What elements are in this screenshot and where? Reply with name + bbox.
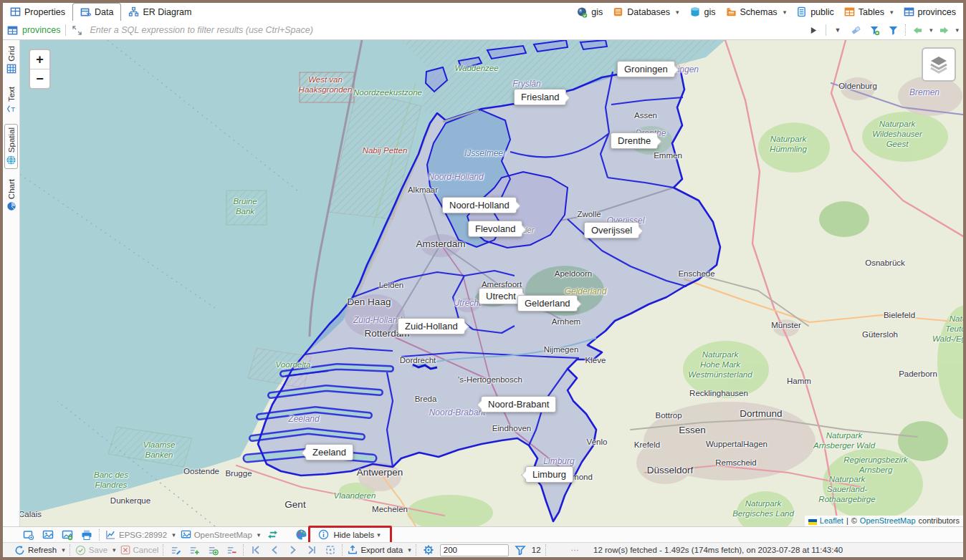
tab-text[interactable]: Text T: [6, 84, 17, 117]
schemas-dropdown[interactable]: Schemas: [726, 6, 787, 17]
zoom-out-button[interactable]: −: [30, 69, 49, 88]
divider: [905, 24, 907, 36]
tables-label: Tables: [859, 7, 884, 17]
next-page-icon[interactable]: [286, 543, 300, 557]
schema-folder-icon: [726, 6, 737, 17]
schemas-label: Schemas: [740, 7, 778, 17]
add-row-icon[interactable]: [187, 543, 201, 557]
flip-coordinates-icon[interactable]: [265, 528, 279, 542]
tab-chart[interactable]: Chart: [6, 176, 17, 214]
save-button[interactable]: Save: [75, 545, 116, 556]
schema-selector[interactable]: public: [796, 6, 834, 17]
attribution-suffix: contributors: [919, 516, 960, 525]
spatial-map-viewport[interactable]: OldenburgBremenAssenEmmenAlkmaarAmsterda…: [20, 40, 963, 526]
settings-gear-icon[interactable]: [421, 543, 436, 557]
view-picture-icon[interactable]: [41, 528, 55, 542]
divider: [243, 544, 244, 556]
print-icon[interactable]: [80, 528, 94, 542]
divider: [826, 24, 826, 36]
tab-label: Properties: [24, 7, 65, 17]
export-icon: [348, 545, 358, 555]
map-attribution: Leaflet | © OpenStreetMap contributors: [805, 516, 963, 526]
filter-history-dropdown[interactable]: ▼: [831, 23, 845, 37]
tables-dropdown[interactable]: Tables: [844, 6, 894, 17]
eraser-icon[interactable]: [849, 23, 864, 37]
export-data-button[interactable]: Export data: [348, 545, 411, 555]
connection-name: gis: [591, 7, 603, 17]
toolbar-overflow[interactable]: ⋯: [571, 545, 580, 555]
tab-er-diagram[interactable]: ER Diagram: [121, 3, 199, 21]
layers-control[interactable]: [922, 47, 956, 82]
refresh-button[interactable]: Refresh: [14, 545, 65, 556]
databases-dropdown[interactable]: Databases: [613, 6, 679, 17]
refresh-icon: [14, 545, 25, 556]
layers-icon: [929, 54, 949, 74]
save-check-icon: [75, 545, 86, 556]
svg-text:T: T: [11, 105, 15, 112]
expand-filter-icon[interactable]: [70, 23, 85, 37]
connection-selector[interactable]: gis: [576, 6, 603, 18]
palette-icon[interactable]: [294, 528, 308, 542]
properties-table-icon: [10, 6, 21, 17]
fetch-size-input[interactable]: [440, 544, 509, 556]
cancel-button[interactable]: Cancel: [120, 545, 159, 555]
delete-row-icon[interactable]: [224, 543, 239, 557]
nav-back-dropdown[interactable]: ▾: [929, 26, 933, 34]
sql-filter-input[interactable]: [89, 24, 803, 36]
refresh-label: Refresh: [28, 546, 57, 554]
save-filter-icon[interactable]: [868, 23, 882, 37]
nav-forward-dropdown[interactable]: ▾: [955, 26, 959, 34]
duplicate-row-icon[interactable]: [206, 543, 220, 557]
attribution-divider: |: [846, 516, 848, 525]
last-page-icon[interactable]: [305, 543, 319, 557]
copy-as-picture-icon[interactable]: [21, 528, 36, 542]
segment-size-value: 12: [532, 546, 541, 554]
table-blue-icon: [7, 25, 18, 36]
tab-properties[interactable]: Properties: [3, 3, 72, 21]
basemap-selector[interactable]: OpenStreetMap: [181, 529, 261, 540]
presentation-switcher: Grid Text T Spatial Chart: [3, 40, 20, 557]
text-icon: T: [6, 104, 16, 114]
divider: [99, 529, 100, 541]
connection-toolbar: gis Databases gis Schemas public Tables: [576, 3, 963, 21]
tab-label: ER Diagram: [143, 7, 191, 17]
vtab-label: Spatial: [7, 127, 16, 153]
basemap-label: OpenStreetMap: [194, 531, 252, 539]
divider: [70, 544, 71, 556]
edit-row-icon[interactable]: [168, 543, 183, 557]
save-picture-icon[interactable]: [60, 528, 75, 542]
divider: [163, 544, 164, 556]
zoom-in-button[interactable]: +: [30, 50, 49, 69]
crs-label: EPSG:28992: [119, 531, 167, 539]
fetch-status-text: 12 row(s) fetched - 1.492s (174ms fetch)…: [593, 546, 843, 554]
fetch-segment-icon[interactable]: [513, 543, 527, 557]
hide-labels-dropdown[interactable]: ▾: [377, 531, 381, 539]
info-icon: [316, 528, 330, 542]
save-label: Save: [89, 546, 107, 554]
tab-data[interactable]: Data: [72, 3, 121, 21]
apply-filter-icon[interactable]: [807, 23, 821, 37]
prev-page-icon[interactable]: [267, 543, 282, 557]
table-selector[interactable]: provinces: [904, 6, 957, 17]
tab-spatial[interactable]: Spatial: [4, 124, 18, 169]
tab-grid[interactable]: Grid: [6, 43, 17, 77]
grid-icon: [6, 64, 16, 74]
nav-forward-icon[interactable]: [937, 23, 951, 37]
fetch-all-icon[interactable]: [323, 543, 338, 557]
database-selector[interactable]: gis: [689, 6, 716, 18]
custom-filter-icon[interactable]: [886, 23, 901, 37]
osm-link[interactable]: OpenStreetMap: [860, 516, 916, 525]
copyright-symbol: ©: [851, 516, 857, 525]
schema-page-icon: [796, 6, 807, 17]
leaflet-link[interactable]: Leaflet: [820, 516, 843, 525]
first-page-icon[interactable]: [249, 543, 263, 557]
crs-selector[interactable]: EPSG:28992: [105, 529, 176, 540]
editor-tab-bar: Properties Data ER Diagram gis Databases…: [3, 3, 963, 21]
hide-labels-button[interactable]: Hide labels: [333, 531, 374, 539]
divider: [65, 24, 66, 36]
divider: [342, 544, 343, 556]
nav-back-icon[interactable]: [911, 23, 925, 37]
table-orange-icon: [844, 6, 855, 17]
er-diagram-icon: [128, 6, 139, 17]
globe-icon: [6, 155, 16, 165]
